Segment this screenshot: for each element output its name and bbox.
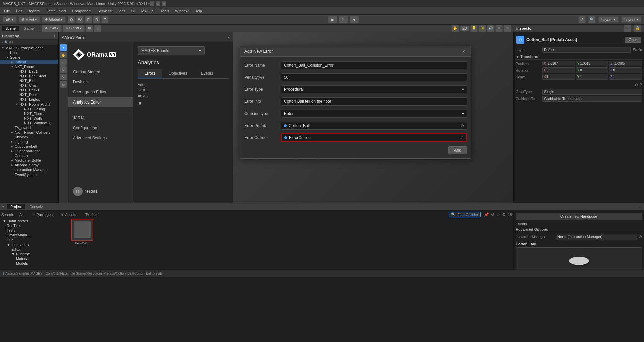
scene-global-btn[interactable]: ⊕ Global ▾ xyxy=(63,25,85,32)
position-z-field[interactable]: Z -1.0905 xyxy=(609,61,642,66)
history-button[interactable]: ↺ xyxy=(578,16,586,23)
grab-type-dropdown[interactable]: Single xyxy=(542,89,642,95)
snap-btn[interactable]: ⊟ xyxy=(94,25,101,32)
menu-item-component[interactable]: Component xyxy=(69,8,94,14)
error-name-input[interactable]: Cotton_Ball_Collision_Error xyxy=(281,61,467,69)
hier-item-skinbox[interactable]: SkinBox xyxy=(0,135,58,139)
layout-dropdown[interactable]: Layout ▾ xyxy=(621,16,641,23)
hier-item-alcohol[interactable]: ▶Alcohol_Spray xyxy=(0,163,58,167)
scene-pivot-btn[interactable]: ⊕ Pivot ▾ xyxy=(42,25,62,32)
transform-tool[interactable]: T xyxy=(101,16,109,23)
hier-item-nxt-walls[interactable]: NXT_Walls xyxy=(0,116,58,121)
filter-all[interactable]: All xyxy=(16,212,27,217)
scene-view[interactable]: MAGES Panel « ✦ ✋ ↔ ↻ ⤡ ▭ xyxy=(59,32,513,203)
error-prefab-input[interactable]: Cotton_Ball ⊙ xyxy=(281,122,467,130)
nav-analytics-editor[interactable]: Analytics Editor xyxy=(68,97,133,107)
hier-item-cupboard-left[interactable]: ▶CupboardLeft xyxy=(0,144,58,149)
component-settings-btn[interactable]: ⚙ xyxy=(635,83,638,87)
dialog-add-button[interactable]: Add xyxy=(448,146,467,154)
hier-item-patient[interactable]: ▶ Patient xyxy=(0,60,58,64)
proj-interaction[interactable]: ▼ Interaction xyxy=(1,242,68,247)
close-button[interactable]: × xyxy=(162,1,166,6)
analytics-collapse-btn[interactable]: ▼ xyxy=(138,101,142,106)
menu-item-tools[interactable]: Tools xyxy=(158,8,172,14)
search-pin-btn[interactable]: 📌 xyxy=(484,212,489,217)
menu-item-window[interactable]: Window xyxy=(172,8,191,14)
proj-models[interactable]: Models xyxy=(1,261,68,266)
play-button[interactable]: ▶ xyxy=(328,16,337,23)
hier-item-nxt-desk[interactable]: NXT_Desk1 xyxy=(0,88,58,92)
nav-advanced-settings[interactable]: Advanced Settings xyxy=(68,133,133,143)
position-x-field[interactable]: X -2.6167 xyxy=(542,61,575,66)
hier-item-nxt-bed1[interactable]: NXT_Bed1 xyxy=(0,69,58,74)
rotation-z-field[interactable]: Z 0 xyxy=(609,67,642,73)
proj-device-mana[interactable]: DeviceMana... xyxy=(1,233,68,237)
minimize-button[interactable]: − xyxy=(150,1,154,6)
scene-light-btn[interactable]: 💡 xyxy=(470,25,478,32)
mages-panel-collapse-btn[interactable]: « xyxy=(228,35,230,39)
search-button[interactable]: 🔍 xyxy=(588,16,596,23)
scene-hand-btn[interactable]: ✋ xyxy=(451,25,459,32)
hier-item-hub[interactable]: Hub xyxy=(0,50,58,55)
hier-item-lighting[interactable]: ▶Lighting xyxy=(0,139,58,144)
hier-item-medicine[interactable]: ▶Medicine_Bottle xyxy=(0,158,58,163)
mages-icon-hand[interactable]: ✋ xyxy=(60,52,67,58)
tab-scene[interactable]: Scene xyxy=(2,26,19,31)
nav-devices[interactable]: Devices xyxy=(68,77,133,87)
proj-runtime[interactable]: RunTime xyxy=(1,223,68,228)
open-prefab-button[interactable]: Open xyxy=(625,37,641,43)
hier-item-tv-stand[interactable]: TV_stand xyxy=(0,125,58,130)
tab-console[interactable]: Console xyxy=(26,204,46,209)
scale-x-field[interactable]: X 1 xyxy=(542,74,575,80)
tab-events[interactable]: Events xyxy=(194,69,220,78)
project-search-bar[interactable]: 🔍 FloorCollider xyxy=(449,212,480,217)
layers-dropdown[interactable]: Layers ▾ xyxy=(598,16,619,23)
hier-item-nxt-bin[interactable]: NXT_Bin xyxy=(0,78,58,83)
rotate-tool[interactable]: W xyxy=(76,16,84,23)
global-dropdown[interactable]: ⊕ Global ▾ xyxy=(42,16,66,23)
bottom-panel-menu-btn[interactable]: ⋮ xyxy=(638,204,642,209)
hier-item-nxt-room[interactable]: ▼ NXT_Room xyxy=(0,64,58,69)
nav-jaria[interactable]: JARIA xyxy=(68,113,133,123)
mages-icon-move[interactable]: ↔ xyxy=(60,59,67,66)
scale-tool[interactable]: E xyxy=(85,16,92,23)
collider-pick-btn[interactable]: ⊙ xyxy=(460,135,464,140)
asset-floor-collider[interactable]: FloorColl... xyxy=(70,219,94,266)
rect-tool[interactable]: R xyxy=(93,16,100,23)
menu-item-services[interactable]: Services xyxy=(95,8,114,14)
move-tool[interactable]: Q xyxy=(68,16,75,23)
hier-item-interaction-mgr[interactable]: Interaction Manager xyxy=(0,167,58,172)
scene-audio-btn[interactable]: 🔊 xyxy=(487,25,494,32)
hier-item-scene[interactable]: ▼ Scene xyxy=(0,55,58,60)
maximize-button[interactable]: □ xyxy=(156,1,160,6)
hier-search-btn[interactable]: 🔍 xyxy=(4,40,8,44)
rotation-y-field[interactable]: Y 0 xyxy=(576,67,609,73)
tab-project[interactable]: Project xyxy=(7,204,25,209)
menu-item-file[interactable]: File xyxy=(1,8,13,14)
dialog-close-button[interactable]: × xyxy=(460,48,467,55)
scene-more-btn[interactable]: ⋯ xyxy=(504,25,511,32)
nav-getting-started[interactable]: Getting Started xyxy=(68,67,133,77)
pause-button[interactable]: ⏸ xyxy=(339,16,348,23)
prefab-pick-btn[interactable]: ⊙ xyxy=(461,123,464,128)
scale-z-field[interactable]: Z 1 xyxy=(609,74,642,80)
hier-item-eventsystem[interactable]: EventSystem xyxy=(0,172,58,177)
hier-item-cupboard-right[interactable]: ▶CupboardRight xyxy=(0,149,58,153)
proj-tests[interactable]: Tests xyxy=(1,228,68,233)
layer-dropdown[interactable]: Default xyxy=(542,47,631,53)
hier-item-nxt-chair[interactable]: NXT_Chair xyxy=(0,83,58,88)
inspector-menu-btn[interactable]: ⋮ xyxy=(624,25,631,32)
error-collider-input[interactable]: FloorCollider ⊙ xyxy=(281,133,467,142)
asset-preview-floor-collider[interactable] xyxy=(71,219,93,241)
menu-item-ci[interactable]: CI xyxy=(129,8,138,14)
tab-objectives[interactable]: Objectives xyxy=(162,69,194,78)
mages-icon-rect[interactable]: ▭ xyxy=(60,81,67,88)
mages-icon-scale[interactable]: ⤡ xyxy=(60,74,67,80)
error-info-input[interactable]: Cotton Ball fell on the floor xyxy=(281,97,467,106)
tab-game[interactable]: Game xyxy=(20,26,37,31)
error-type-dropdown[interactable]: Procedural ▾ xyxy=(281,85,467,93)
menu-item-edit[interactable]: Edit xyxy=(13,8,25,14)
scene-fx-btn[interactable]: ✨ xyxy=(479,25,486,32)
component-help-btn[interactable]: ? xyxy=(640,83,642,87)
hier-item-nxt-ceiling[interactable]: NXT_Ceiling xyxy=(0,107,58,111)
